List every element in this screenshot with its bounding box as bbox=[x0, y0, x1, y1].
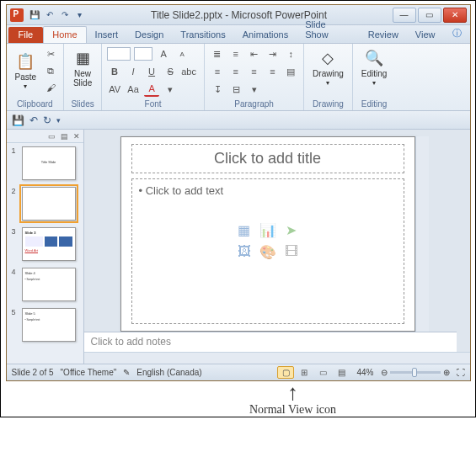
slide[interactable]: Click to add title Click to add text ▦ 📊… bbox=[120, 136, 415, 332]
justify-icon[interactable]: ≡ bbox=[265, 64, 280, 79]
spellcheck-icon[interactable]: ✎ bbox=[123, 368, 130, 377]
drawing-button[interactable]: ◇ Drawing ▾ bbox=[309, 46, 347, 88]
highlight-icon[interactable]: ▾ bbox=[163, 82, 178, 97]
underline-button[interactable]: U bbox=[144, 64, 159, 79]
thumbnail[interactable]: 1 Title Slide bbox=[7, 143, 83, 183]
insert-chart-icon[interactable]: 📊 bbox=[258, 221, 278, 239]
tab-review[interactable]: Review bbox=[360, 27, 407, 43]
grow-font-icon[interactable]: A bbox=[156, 46, 171, 61]
outline-tab-icon[interactable]: ▭ bbox=[48, 132, 56, 141]
font-size-select[interactable] bbox=[134, 47, 152, 61]
char-spacing-icon[interactable]: AV bbox=[107, 82, 122, 97]
group-font: A A B I U S abc AV Aa A ▾ Font bbox=[102, 44, 205, 110]
tab-transitions[interactable]: Transitions bbox=[172, 27, 233, 43]
group-paragraph: ≣ ≡ ⇤ ⇥ ↕ ≡ ≡ ≡ ≡ ▤ ↧ ⊟ ▾ Paragraph bbox=[205, 44, 304, 110]
tab-view[interactable]: View bbox=[407, 27, 444, 43]
tab-design[interactable]: Design bbox=[126, 27, 172, 43]
vertical-scrollbar[interactable] bbox=[415, 136, 429, 332]
callout-label: Normal View icon bbox=[110, 403, 475, 417]
fit-to-window-icon[interactable]: ⛶ bbox=[457, 368, 465, 377]
qat-dropdown-icon-2[interactable]: ▾ bbox=[56, 116, 61, 125]
group-drawing: ◇ Drawing ▾ Drawing bbox=[304, 44, 353, 110]
title-placeholder[interactable]: Click to add title bbox=[131, 144, 404, 173]
bold-button[interactable]: B bbox=[107, 64, 122, 79]
zoom-percent[interactable]: 44% bbox=[356, 368, 373, 377]
undo-icon-2[interactable]: ↶ bbox=[29, 114, 38, 126]
undo-icon[interactable]: ↶ bbox=[44, 9, 56, 21]
group-clipboard: 📋 Paste ▾ ✂ ⧉ 🖌 Clipboard bbox=[7, 44, 65, 110]
status-bar: Slide 2 of 5 "Office Theme" ✎ English (C… bbox=[7, 364, 470, 380]
ribbon-tabs: File Home Insert Design Transitions Anim… bbox=[7, 25, 470, 44]
zoom-slider[interactable] bbox=[390, 371, 441, 374]
thumbnail[interactable]: 5 Slide 5• Sample text bbox=[7, 305, 83, 345]
shadow-button[interactable]: abc bbox=[181, 64, 196, 79]
close-button[interactable]: ✕ bbox=[443, 8, 467, 23]
normal-view-button[interactable]: ▢ bbox=[277, 366, 294, 379]
reading-view-button[interactable]: ▭ bbox=[314, 366, 331, 379]
redo-icon-2[interactable]: ↻ bbox=[43, 114, 51, 126]
thumbnail[interactable]: 2 bbox=[7, 183, 83, 224]
qat-below-ribbon: 💾 ↶ ↻ ▾ bbox=[7, 111, 470, 130]
line-spacing-icon[interactable]: ↕ bbox=[283, 46, 298, 61]
thumbnail[interactable]: 3 Slide 3 Word Art bbox=[7, 224, 83, 264]
notes-pane[interactable]: Click to add notes bbox=[84, 332, 457, 352]
insert-clipart-icon[interactable]: 🎨 bbox=[258, 242, 278, 261]
copy-icon[interactable]: ⧉ bbox=[43, 63, 58, 78]
columns-icon[interactable]: ▤ bbox=[283, 64, 298, 79]
numbering-icon[interactable]: ≡ bbox=[228, 46, 243, 61]
save-icon-2[interactable]: 💾 bbox=[12, 114, 24, 126]
arrow-up-icon: ↑ bbox=[110, 386, 475, 400]
insert-smartart-icon[interactable]: ➤ bbox=[281, 221, 302, 239]
strikethrough-button[interactable]: S bbox=[163, 64, 178, 79]
new-slide-button[interactable]: ▦ New Slide bbox=[69, 46, 96, 89]
thumbnails-tab-icon[interactable]: ▤ bbox=[61, 132, 68, 141]
qat-dropdown-icon[interactable]: ▾ bbox=[74, 9, 86, 21]
help-icon[interactable]: ⓘ bbox=[444, 24, 470, 43]
editing-button[interactable]: 🔍 Editing ▾ bbox=[358, 46, 391, 88]
clipboard-icon: 📋 bbox=[15, 51, 35, 72]
tab-insert[interactable]: Insert bbox=[87, 27, 127, 43]
format-painter-icon[interactable]: 🖌 bbox=[43, 80, 58, 95]
redo-icon[interactable]: ↷ bbox=[59, 9, 71, 21]
paste-button[interactable]: 📋 Paste ▾ bbox=[12, 50, 40, 92]
align-left-icon[interactable]: ≡ bbox=[210, 64, 225, 79]
bullets-icon[interactable]: ≣ bbox=[210, 46, 225, 61]
change-case-icon[interactable]: Aa bbox=[126, 82, 141, 97]
decrease-indent-icon[interactable]: ⇤ bbox=[247, 46, 262, 61]
align-right-icon[interactable]: ≡ bbox=[247, 64, 262, 79]
tab-file[interactable]: File bbox=[8, 27, 44, 43]
increase-indent-icon[interactable]: ⇥ bbox=[265, 46, 280, 61]
font-family-select[interactable] bbox=[107, 47, 131, 61]
smartart-icon[interactable]: ▾ bbox=[247, 82, 262, 97]
horizontal-scrollbar[interactable] bbox=[84, 352, 470, 364]
italic-button[interactable]: I bbox=[126, 64, 141, 79]
align-text-icon[interactable]: ⊟ bbox=[228, 82, 243, 97]
align-center-icon[interactable]: ≡ bbox=[228, 64, 243, 79]
tab-animations[interactable]: Animations bbox=[234, 27, 297, 43]
thumbnail[interactable]: 4 Slide 4• Sample text bbox=[7, 264, 83, 305]
powerpoint-window: 💾 ↶ ↷ ▾ Title Slide2.pptx - Microsoft Po… bbox=[6, 4, 471, 381]
cut-icon[interactable]: ✂ bbox=[43, 46, 58, 61]
tab-home[interactable]: Home bbox=[43, 26, 86, 43]
minimize-button[interactable]: — bbox=[393, 8, 416, 23]
content-placeholder[interactable]: Click to add text ▦ 📊 ➤ 🖼 🎨 🎞 bbox=[131, 178, 404, 324]
ribbon: 📋 Paste ▾ ✂ ⧉ 🖌 Clipboard ▦ New Slide Sl… bbox=[7, 44, 470, 111]
save-icon[interactable]: 💾 bbox=[29, 9, 40, 21]
zoom-out-button[interactable]: ⊖ bbox=[381, 368, 388, 377]
shapes-icon: ◇ bbox=[318, 48, 338, 68]
language-status[interactable]: English (Canada) bbox=[136, 368, 201, 377]
slide-sorter-view-button[interactable]: ⊞ bbox=[296, 366, 313, 379]
slideshow-view-button[interactable]: ▤ bbox=[333, 366, 350, 379]
zoom-in-button[interactable]: ⊕ bbox=[443, 368, 450, 377]
font-color-icon[interactable]: A bbox=[144, 82, 159, 97]
close-panel-icon[interactable]: ✕ bbox=[73, 132, 80, 141]
insert-table-icon[interactable]: ▦ bbox=[234, 221, 254, 239]
insert-picture-icon[interactable]: 🖼 bbox=[234, 242, 254, 261]
maximize-button[interactable]: ▭ bbox=[418, 8, 441, 23]
shrink-font-icon[interactable]: A bbox=[174, 46, 190, 61]
insert-media-icon[interactable]: 🎞 bbox=[281, 242, 302, 261]
tab-slideshow[interactable]: Slide Show bbox=[297, 17, 360, 43]
slide-number-status: Slide 2 of 5 bbox=[12, 368, 54, 377]
group-editing: 🔍 Editing ▾ Editing bbox=[353, 44, 396, 110]
text-direction-icon[interactable]: ↧ bbox=[210, 82, 225, 97]
